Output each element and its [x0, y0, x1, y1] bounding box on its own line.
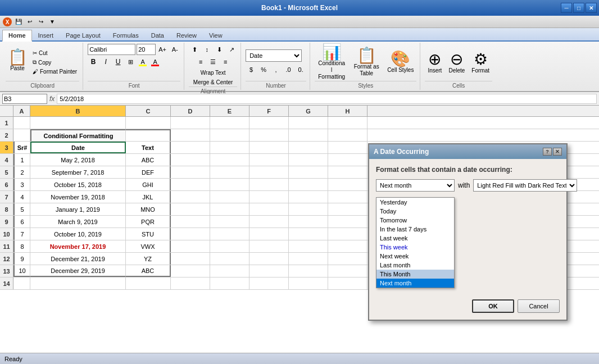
dialog-close-button[interactable]: ✕ [553, 148, 562, 156]
dropdown-item-today[interactable]: Today [376, 207, 454, 216]
dialog-description: Format cells that contain a date occurri… [376, 166, 560, 174]
dropdown-item-lastweek[interactable]: Last week [376, 234, 454, 243]
dropdown-item-tomorrow[interactable]: Tomorrow [376, 216, 454, 225]
dropdown-list-area: Yesterday Today Tomorrow In the last 7 d… [376, 197, 560, 288]
date-dropdown-list: Yesterday Today Tomorrow In the last 7 d… [376, 197, 455, 288]
format-style-select[interactable]: Light Red Fill with Dark Red Text Yellow… [473, 179, 577, 192]
dialog-title-bar: A Date Occurring ? ✕ [369, 144, 566, 159]
dropdown-item-last7days[interactable]: In the last 7 days [376, 225, 454, 234]
dropdown-item-nextmonth[interactable]: Next month [376, 279, 454, 288]
dropdown-item-thisweek[interactable]: This week [376, 243, 454, 252]
date-dropdown-container: Yesterday Today Tomorrow In the last 7 d… [376, 179, 455, 192]
cancel-button[interactable]: Cancel [518, 299, 560, 313]
dropdown-item-yesterday[interactable]: Yesterday [376, 198, 454, 207]
dialog-footer: OK Cancel [369, 297, 566, 320]
dropdown-item-lastmonth[interactable]: Last month [376, 261, 454, 270]
with-label: with [458, 181, 470, 189]
dialog-body: Format cells that contain a date occurri… [369, 159, 566, 297]
dropdown-item-thismonth[interactable]: This Month [376, 270, 454, 279]
dialog-overlay: A Date Occurring ? ✕ Format cells that c… [0, 0, 599, 364]
dialog-title-controls: ? ✕ [543, 148, 562, 156]
dialog-help-button[interactable]: ? [543, 148, 552, 156]
dropdown-item-nextweek[interactable]: Next week [376, 252, 454, 261]
ok-button[interactable]: OK [472, 299, 514, 313]
date-occurring-dialog: A Date Occurring ? ✕ Format cells that c… [368, 143, 568, 321]
date-occurring-select[interactable]: Yesterday Today Tomorrow In the last 7 d… [376, 179, 455, 192]
dialog-title-text: A Date Occurring [374, 148, 429, 156]
dialog-format-row: Yesterday Today Tomorrow In the last 7 d… [376, 179, 560, 192]
